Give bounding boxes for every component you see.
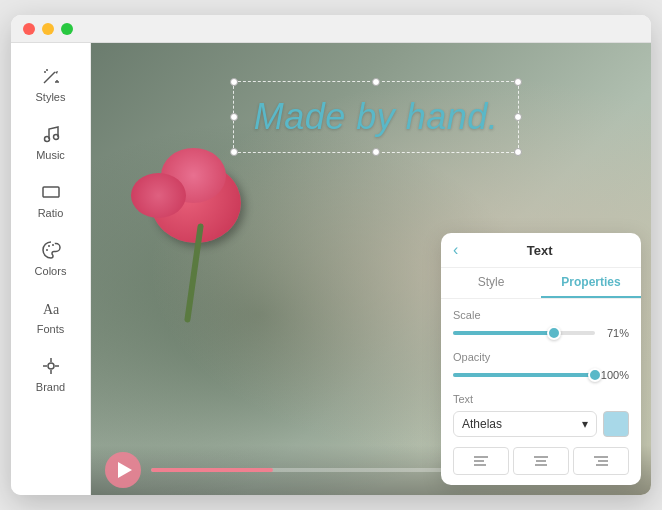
flower-decoration <box>121 123 281 343</box>
ratio-icon <box>40 181 62 203</box>
font-select-row: Athelas ▾ <box>453 411 629 437</box>
text-panel: ‹ Text Style Properties Scale <box>441 233 641 485</box>
text-section-label: Text <box>453 393 629 405</box>
canvas-text[interactable]: Made by hand. <box>254 96 499 137</box>
close-button[interactable] <box>23 23 35 35</box>
handle-bottom-right[interactable] <box>514 148 522 156</box>
text-selection-box[interactable]: Made by hand. <box>233 81 520 153</box>
panel-title: Text <box>466 243 613 258</box>
svg-point-11 <box>52 244 54 246</box>
sidebar-label-ratio: Ratio <box>38 207 64 219</box>
sidebar-item-ratio[interactable]: Ratio <box>17 173 85 227</box>
align-center-button[interactable] <box>513 447 569 475</box>
opacity-slider-fill <box>453 373 595 377</box>
brand-icon <box>40 355 62 377</box>
scale-label: Scale <box>453 309 629 321</box>
sidebar-item-brand[interactable]: Brand <box>17 347 85 401</box>
font-name: Athelas <box>462 417 502 431</box>
palette-icon <box>40 239 62 261</box>
align-left-button[interactable] <box>453 447 509 475</box>
title-bar <box>11 15 651 43</box>
play-icon <box>118 462 132 478</box>
minimize-button[interactable] <box>42 23 54 35</box>
video-background: Made by hand. ‹ Text <box>91 43 651 495</box>
svg-point-9 <box>46 249 48 251</box>
scale-slider-row: 71% <box>453 327 629 339</box>
sidebar-label-brand: Brand <box>36 381 65 393</box>
scale-slider-fill <box>453 331 554 335</box>
dropdown-arrow-icon: ▾ <box>582 417 588 431</box>
sidebar-item-colors[interactable]: Colors <box>17 231 85 285</box>
handle-bottom-center[interactable] <box>372 148 380 156</box>
handle-bottom-left[interactable] <box>230 148 238 156</box>
sidebar-label-fonts: Fonts <box>37 323 65 335</box>
svg-point-13 <box>48 363 54 369</box>
tab-style[interactable]: Style <box>441 268 541 298</box>
fonts-icon: Aa <box>40 297 62 319</box>
svg-point-6 <box>44 137 49 142</box>
app-window: Styles Music Ratio <box>11 15 651 495</box>
canvas-area: Made by hand. ‹ Text <box>91 43 651 495</box>
handle-top-right[interactable] <box>514 78 522 86</box>
scale-value: 71% <box>601 327 629 339</box>
opacity-slider-thumb[interactable] <box>588 368 602 382</box>
opacity-slider-row: 100% <box>453 369 629 381</box>
svg-point-10 <box>48 245 50 247</box>
opacity-value: 100% <box>601 369 629 381</box>
progress-fill <box>151 468 273 472</box>
svg-line-0 <box>44 72 55 83</box>
sidebar-label-music: Music <box>36 149 65 161</box>
music-icon <box>40 123 62 145</box>
handle-middle-left[interactable] <box>230 113 238 121</box>
play-button[interactable] <box>105 452 141 488</box>
svg-rect-8 <box>43 187 59 197</box>
svg-point-7 <box>53 135 58 140</box>
maximize-button[interactable] <box>61 23 73 35</box>
svg-text:Aa: Aa <box>43 302 60 317</box>
scale-slider-track[interactable] <box>453 331 595 335</box>
panel-tabs: Style Properties <box>441 268 641 299</box>
sidebar: Styles Music Ratio <box>11 43 91 495</box>
panel-back-button[interactable]: ‹ <box>453 241 458 259</box>
opacity-slider-track[interactable] <box>453 373 595 377</box>
handle-middle-right[interactable] <box>514 113 522 121</box>
font-dropdown[interactable]: Athelas ▾ <box>453 411 597 437</box>
panel-body: Scale 71% Opacity <box>441 299 641 485</box>
handle-top-center[interactable] <box>372 78 380 86</box>
wand-icon <box>40 65 62 87</box>
sidebar-item-styles[interactable]: Styles <box>17 57 85 111</box>
handle-top-left[interactable] <box>230 78 238 86</box>
sidebar-label-styles: Styles <box>36 91 66 103</box>
scale-slider-thumb[interactable] <box>547 326 561 340</box>
main-content: Styles Music Ratio <box>11 43 651 495</box>
text-overlay-container[interactable]: Made by hand. <box>121 81 631 153</box>
sidebar-item-music[interactable]: Music <box>17 115 85 169</box>
color-swatch[interactable] <box>603 411 629 437</box>
align-buttons-row <box>453 447 629 475</box>
tab-properties[interactable]: Properties <box>541 268 641 298</box>
align-right-button[interactable] <box>573 447 629 475</box>
panel-header: ‹ Text <box>441 233 641 268</box>
sidebar-item-fonts[interactable]: Aa Fonts <box>17 289 85 343</box>
opacity-label: Opacity <box>453 351 629 363</box>
sidebar-label-colors: Colors <box>35 265 67 277</box>
